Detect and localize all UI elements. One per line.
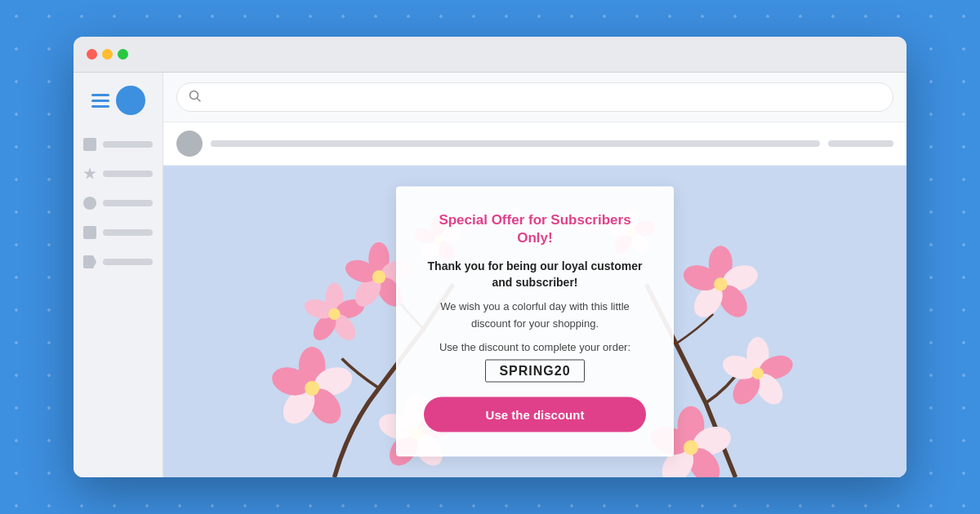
svg-point-31 — [680, 261, 722, 295]
star-icon — [83, 167, 96, 180]
svg-point-41 — [682, 442, 726, 477]
promo-code-label: Use the discount to complete your order: — [424, 340, 646, 352]
svg-point-28 — [719, 261, 761, 295]
menu-icon[interactable] — [91, 94, 109, 108]
minimize-button[interactable] — [102, 49, 113, 60]
svg-point-33 — [746, 337, 768, 371]
email-subject — [211, 140, 820, 147]
sidebar-label — [103, 229, 153, 236]
svg-point-9 — [368, 242, 389, 275]
search-bar-container — [163, 73, 906, 122]
search-bar[interactable] — [176, 82, 893, 112]
svg-point-32 — [714, 277, 727, 290]
svg-point-39 — [678, 406, 705, 445]
promo-body: We wish you a colorful day with this lit… — [424, 299, 646, 333]
svg-point-12 — [350, 273, 386, 311]
svg-point-40 — [689, 422, 734, 459]
email-content-area: Special Offer for Subscribers Only! Than… — [163, 166, 906, 477]
svg-point-44 — [684, 441, 698, 455]
promo-subtitle: Thank you for being our loyal customer a… — [424, 259, 646, 290]
traffic-lights — [87, 49, 128, 60]
svg-point-8 — [328, 308, 341, 321]
svg-point-13 — [342, 256, 380, 286]
sidebar-header — [74, 86, 163, 115]
title-bar — [74, 37, 906, 73]
browser-body: Special Offer for Subscribers Only! Than… — [74, 73, 906, 477]
svg-point-14 — [372, 270, 385, 283]
svg-point-30 — [688, 280, 728, 322]
avatar[interactable] — [116, 86, 145, 115]
sender-avatar — [176, 131, 203, 157]
inbox-icon — [83, 138, 96, 151]
main-panel: Special Offer for Subscribers Only! Than… — [163, 73, 906, 477]
svg-point-17 — [303, 383, 347, 430]
sidebar-label — [103, 200, 153, 206]
browser-window: Special Offer for Subscribers Only! Than… — [74, 37, 906, 477]
sidebar-item-starred[interactable] — [74, 161, 163, 187]
sidebar-item-inbox[interactable] — [74, 131, 163, 157]
maximize-button[interactable] — [118, 49, 128, 60]
email-meta — [828, 140, 893, 147]
promo-code: SPRING20 — [485, 359, 584, 382]
promo-card: Special Offer for Subscribers Only! Than… — [396, 187, 674, 457]
svg-point-16 — [311, 363, 356, 401]
use-discount-button[interactable]: Use the discount — [424, 397, 646, 432]
sidebar-label — [103, 141, 153, 148]
close-button[interactable] — [87, 49, 97, 60]
svg-point-27 — [709, 246, 733, 281]
svg-point-18 — [277, 383, 321, 430]
sidebar-item-sent[interactable] — [74, 219, 163, 246]
send-icon — [83, 226, 96, 239]
search-icon — [189, 90, 202, 105]
svg-point-15 — [299, 347, 326, 385]
svg-point-5 — [328, 310, 360, 344]
sidebar-item-recent[interactable] — [74, 190, 163, 216]
svg-point-20 — [305, 381, 319, 396]
svg-point-36 — [728, 369, 766, 410]
svg-point-19 — [269, 363, 314, 401]
sidebar-label — [103, 259, 153, 265]
svg-point-29 — [713, 280, 753, 322]
svg-point-7 — [302, 296, 336, 322]
tag-icon — [83, 255, 96, 268]
svg-line-1 — [198, 98, 201, 101]
sidebar — [74, 73, 163, 477]
svg-point-4 — [333, 296, 367, 322]
svg-point-35 — [750, 369, 788, 410]
clock-icon — [83, 197, 96, 210]
promo-title: Special Offer for Subscribers Only! — [424, 211, 646, 247]
svg-point-3 — [326, 283, 344, 312]
svg-point-34 — [756, 352, 795, 383]
email-list-item[interactable] — [163, 122, 906, 166]
svg-point-6 — [309, 310, 341, 344]
sidebar-item-tags[interactable] — [74, 249, 163, 275]
sidebar-label — [103, 171, 153, 177]
svg-point-38 — [752, 367, 764, 379]
svg-point-37 — [719, 352, 759, 383]
